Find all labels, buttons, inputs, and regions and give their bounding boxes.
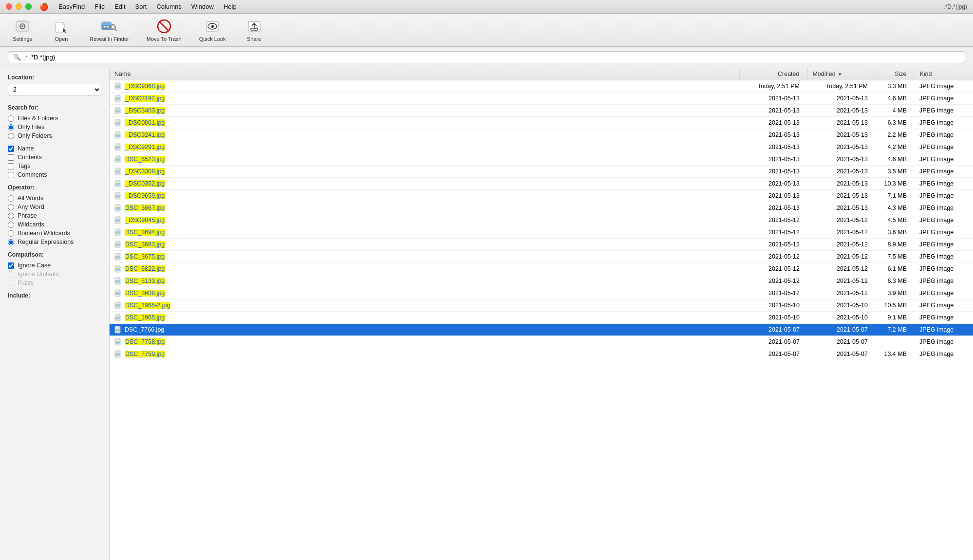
file-kind: JPEG image (915, 117, 973, 129)
file-name-cell: DSC_7758.jpg (110, 336, 739, 348)
maximize-button[interactable] (25, 3, 32, 10)
file-name[interactable]: DSC_5133.jpg (125, 278, 165, 284)
minimize-button[interactable] (16, 3, 22, 10)
svg-point-28 (116, 98, 117, 99)
file-name[interactable]: DSC_3683.jpg (125, 241, 165, 248)
table-row[interactable]: DSC_7758.jpg2021-05-072021-05-07JPEG ima… (110, 336, 973, 348)
file-created: 2021-05-13 (739, 117, 807, 129)
file-name[interactable]: DSC_3667.jpg (125, 205, 165, 211)
reveal-in-finder-button[interactable]: Reveal In Finder (86, 17, 133, 44)
location-select[interactable]: 2 1 3 (8, 84, 101, 95)
file-name[interactable]: DSC_6822.jpg (125, 265, 165, 272)
table-row[interactable]: _DSC9241.jpg2021-05-132021-05-132.2 MBJP… (110, 129, 973, 141)
quick-look-button[interactable]: Quick Look (195, 17, 230, 44)
apple-menu[interactable]: 🍎 (39, 2, 49, 11)
share-button[interactable]: Share (240, 17, 269, 44)
file-name[interactable]: _DSC3192.jpg (125, 95, 165, 102)
table-row[interactable]: _DSC0061.jpg2021-05-132021-05-136.3 MBJP… (110, 117, 973, 129)
search-option-only-files[interactable]: Only Files (8, 123, 101, 131)
menu-window[interactable]: Window (191, 3, 214, 10)
table-row[interactable]: DSC_7759.jpg2021-05-072021-05-0713.4 MBJ… (110, 348, 973, 360)
menu-file[interactable]: File (94, 3, 105, 10)
file-kind: JPEG image (915, 287, 973, 299)
search-input[interactable] (29, 54, 960, 61)
table-row[interactable]: DSC_6822.jpg2021-05-122021-05-126.1 MBJP… (110, 263, 973, 275)
menu-edit[interactable]: Edit (114, 3, 125, 10)
op-any-word[interactable]: Any Word (8, 203, 101, 211)
svg-point-49 (116, 183, 117, 184)
search-option-files-folders[interactable]: Files & Folders (8, 114, 101, 123)
table-row[interactable]: _DSC3308.jpg2021-05-132021-05-133.5 MBJP… (110, 166, 973, 178)
col-header-modified[interactable]: Modified ▼ (807, 68, 876, 80)
search-option-only-folders[interactable]: Only Folders (8, 131, 101, 140)
table-row[interactable]: _DSC0352.jpg2021-05-132021-05-1310.3 MBJ… (110, 178, 973, 190)
menu-easyfind[interactable]: EasyFind (58, 3, 85, 10)
table-row[interactable]: DSC_3608.jpg2021-05-122021-05-123.9 MBJP… (110, 287, 973, 299)
file-name[interactable]: DSC_6523.jpg (125, 156, 165, 163)
filter-contents[interactable]: Contents (8, 153, 101, 162)
table-row[interactable]: DSC_1965.jpg2021-05-102021-05-109.1 MBJP… (110, 312, 973, 324)
file-name[interactable]: _DSC9659.jpg (125, 192, 165, 199)
file-name[interactable]: _DSC0061.jpg (125, 119, 165, 126)
file-name[interactable]: _DSC0352.jpg (125, 180, 165, 187)
comp-ignore-umlauts[interactable]: Ignore Umlauts (8, 270, 101, 279)
file-name[interactable]: DSC_3608.jpg (125, 290, 165, 297)
file-name[interactable]: DSC_1965.jpg (125, 314, 165, 321)
filter-tags[interactable]: Tags (8, 162, 101, 170)
table-row[interactable]: DSC_7766.jpg2021-05-072021-05-077.2 MBJP… (110, 324, 973, 336)
col-header-size[interactable]: Size (876, 68, 915, 80)
file-name[interactable]: DSC_7759.jpg (125, 351, 165, 357)
file-name[interactable]: DSC_3675.jpg (125, 253, 165, 260)
table-row[interactable]: _DSC9368.jpgToday, 2:51 PMToday, 2:51 PM… (110, 80, 973, 93)
close-button[interactable] (6, 3, 12, 10)
file-name[interactable]: _DSC9241.jpg (125, 131, 165, 138)
svg-point-37 (116, 134, 117, 135)
col-header-created[interactable]: Created (739, 68, 807, 80)
comp-fuzzy[interactable]: Fuzzy (8, 279, 101, 287)
file-name[interactable]: DSC_7758.jpg (125, 338, 165, 345)
op-wildcards[interactable]: Wildcards (8, 220, 101, 229)
op-boolean-wildcards[interactable]: Boolean+Wildcards (8, 229, 101, 238)
table-row[interactable]: _DSC9659.jpg2021-05-132021-05-137.1 MBJP… (110, 190, 973, 202)
file-name[interactable]: DSC_3694.jpg (125, 229, 165, 236)
menu-columns[interactable]: Columns (156, 3, 181, 10)
file-name[interactable]: _DSC3403.jpg (125, 107, 165, 114)
menu-sort[interactable]: Sort (135, 3, 147, 10)
table-row[interactable]: DSC_3667.jpg2021-05-132021-05-134.3 MBJP… (110, 202, 973, 214)
file-name[interactable]: _DSC9045.jpg (125, 217, 165, 224)
filter-name[interactable]: Name (8, 144, 101, 153)
op-phrase[interactable]: Phrase (8, 211, 101, 220)
file-created: 2021-05-13 (739, 190, 807, 202)
op-regular-expressions[interactable]: Regular Expressions (8, 238, 101, 246)
col-header-kind[interactable]: Kind (915, 68, 973, 80)
table-row[interactable]: DSC_1965-2.jpg2021-05-102021-05-1010.5 M… (110, 299, 973, 312)
file-kind: JPEG image (915, 93, 973, 105)
table-row[interactable]: DSC_3694.jpg2021-05-122021-05-123.6 MBJP… (110, 226, 973, 239)
move-to-trash-button[interactable]: Move To Trash (143, 17, 186, 44)
file-type-icon (114, 155, 125, 163)
table-row[interactable]: DSC_5133.jpg2021-05-122021-05-126.3 MBJP… (110, 275, 973, 287)
table-row[interactable]: DSC_3683.jpg2021-05-122021-05-128.9 MBJP… (110, 239, 973, 251)
col-header-name[interactable]: Name (110, 68, 739, 80)
open-button[interactable]: Open (47, 17, 76, 44)
menu-help[interactable]: Help (224, 3, 237, 10)
comp-ignore-case[interactable]: Ignore Case (8, 261, 101, 270)
file-name[interactable]: DSC_1965-2.jpg (125, 302, 170, 309)
file-name[interactable]: DSC_7766.jpg (125, 326, 164, 333)
open-icon (54, 19, 69, 34)
table-row[interactable]: _DSC9291.jpg2021-05-132021-05-134.2 MBJP… (110, 141, 973, 153)
table-row[interactable]: _DSC3192.jpg2021-05-132021-05-134.6 MBJP… (110, 93, 973, 105)
file-name[interactable]: _DSC9368.jpg (125, 83, 165, 90)
svg-rect-45 (115, 170, 120, 173)
settings-button[interactable]: Settings (8, 17, 37, 44)
table-row[interactable]: DSC_6523.jpg2021-05-132021-05-134.6 MBJP… (110, 153, 973, 166)
file-name[interactable]: _DSC9291.jpg (125, 144, 165, 150)
table-row[interactable]: _DSC3403.jpg2021-05-132021-05-134 MBJPEG… (110, 105, 973, 117)
file-name[interactable]: _DSC3308.jpg (125, 168, 165, 175)
file-kind: JPEG image (915, 178, 973, 190)
table-row[interactable]: DSC_3675.jpg2021-05-122021-05-127.5 MBJP… (110, 251, 973, 263)
file-type-icon (114, 326, 125, 334)
op-all-words[interactable]: All Words (8, 194, 101, 203)
filter-comments[interactable]: Comments (8, 170, 101, 179)
table-row[interactable]: _DSC9045.jpg2021-05-122021-05-124.5 MBJP… (110, 214, 973, 226)
